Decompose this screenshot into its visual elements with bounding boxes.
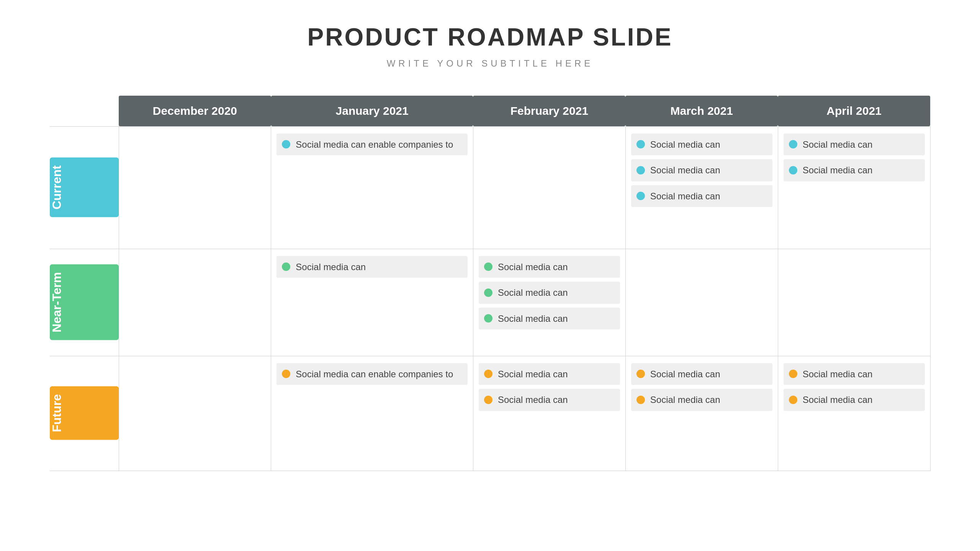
- item-text: Social media can: [803, 393, 873, 406]
- item-box: Social media can: [784, 389, 925, 411]
- roadmap-table: December 2020January 2021February 2021Ma…: [50, 96, 931, 471]
- item-box: Social media can: [784, 134, 925, 156]
- data-row-1: Near-TermSocial media canSocial media ca…: [50, 249, 931, 356]
- cell-r2-c2: Social media canSocial media can: [473, 356, 625, 471]
- item-box: Social media can: [479, 363, 620, 385]
- item-box: Social media can: [479, 308, 620, 330]
- page-subtitle: WRITE YOUR SUBTITLE HERE: [387, 58, 594, 69]
- data-row-2: FutureSocial media can enable companies …: [50, 356, 931, 471]
- corner-cell: [50, 96, 119, 126]
- item-box: Social media can: [631, 159, 772, 181]
- item-dot: [636, 370, 645, 378]
- cell-r1-c2: Social media canSocial media canSocial m…: [473, 249, 625, 356]
- item-text: Social media can: [650, 368, 720, 381]
- item-text: Social media can: [803, 368, 873, 381]
- col-header-4: April 2021: [778, 96, 930, 126]
- item-text: Social media can enable companies to: [296, 138, 453, 151]
- cell-r2-c0: [119, 356, 271, 471]
- item-box: Social media can: [631, 389, 772, 411]
- cell-r0-c3: Social media canSocial media canSocial m…: [625, 126, 778, 249]
- item-text: Social media can: [803, 164, 873, 177]
- col-header-0: December 2020: [119, 96, 271, 126]
- cell-r2-c1: Social media can enable companies to: [271, 356, 473, 471]
- cell-r0-c1: Social media can enable companies to: [271, 126, 473, 249]
- item-box: Social media can: [784, 159, 925, 181]
- item-dot: [484, 262, 492, 271]
- item-text: Social media can: [650, 393, 720, 406]
- item-dot: [789, 166, 797, 174]
- page-title: PRODUCT ROADMAP SLIDE: [308, 23, 673, 51]
- item-dot: [282, 140, 290, 148]
- row-label-1: Near-Term: [50, 249, 119, 356]
- col-header-3: March 2021: [625, 96, 778, 126]
- item-dot: [789, 396, 797, 404]
- item-dot: [282, 262, 290, 271]
- item-text: Social media can: [498, 368, 568, 381]
- item-dot: [636, 166, 645, 174]
- item-dot: [789, 140, 797, 148]
- cell-r1-c0: [119, 249, 271, 356]
- item-box: Social media can: [479, 389, 620, 411]
- cell-r0-c2: [473, 126, 625, 249]
- cell-r1-c1: Social media can: [271, 249, 473, 356]
- item-dot: [282, 370, 290, 378]
- item-text: Social media can: [650, 190, 720, 203]
- item-box: Social media can: [784, 363, 925, 385]
- item-text: Social media can: [498, 312, 568, 325]
- item-dot: [636, 140, 645, 148]
- item-box: Social media can: [631, 134, 772, 156]
- item-dot: [789, 370, 797, 378]
- item-box: Social media can: [276, 256, 468, 278]
- item-dot: [484, 314, 492, 323]
- cell-r0-c4: Social media canSocial media can: [778, 126, 930, 249]
- cell-r2-c4: Social media canSocial media can: [778, 356, 930, 471]
- cell-r0-c0: [119, 126, 271, 249]
- item-box: Social media can: [631, 363, 772, 385]
- item-box: Social media can enable companies to: [276, 363, 468, 385]
- item-text: Social media can: [650, 164, 720, 177]
- header-row: December 2020January 2021February 2021Ma…: [50, 96, 931, 126]
- item-dot: [636, 192, 645, 200]
- item-text: Social media can: [498, 393, 568, 406]
- col-header-1: January 2021: [271, 96, 473, 126]
- item-text: Social media can: [498, 286, 568, 299]
- item-dot: [484, 289, 492, 297]
- item-box: Social media can: [479, 256, 620, 278]
- item-dot: [484, 396, 492, 404]
- cell-r1-c3: [625, 249, 778, 356]
- item-text: Social media can enable companies to: [296, 368, 453, 381]
- item-dot: [636, 396, 645, 404]
- row-label-2: Future: [50, 356, 119, 471]
- item-box: Social media can: [479, 282, 620, 304]
- cell-r2-c3: Social media canSocial media can: [625, 356, 778, 471]
- data-row-0: CurrentSocial media can enable companies…: [50, 126, 931, 249]
- item-text: Social media can: [296, 261, 366, 274]
- item-text: Social media can: [498, 261, 568, 274]
- item-box: Social media can: [631, 185, 772, 207]
- cell-r1-c4: [778, 249, 930, 356]
- item-box: Social media can enable companies to: [276, 134, 468, 156]
- col-header-2: February 2021: [473, 96, 625, 126]
- item-text: Social media can: [650, 138, 720, 151]
- row-label-0: Current: [50, 126, 119, 249]
- item-text: Social media can: [803, 138, 873, 151]
- item-dot: [484, 370, 492, 378]
